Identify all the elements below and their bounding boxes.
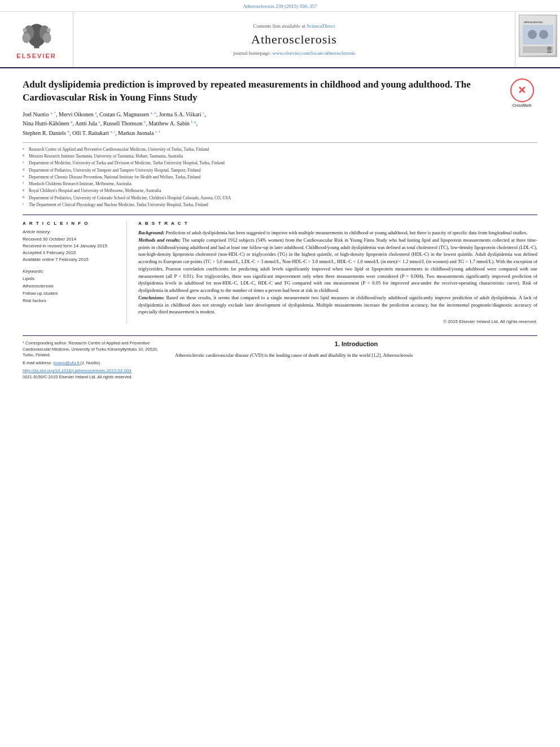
affil-h-text: Department of Pediatrics, University of … (29, 195, 231, 201)
article-body: Adult dyslipidemia prediction is improve… (0, 68, 560, 391)
article-title: Adult dyslipidemia prediction is improve… (23, 78, 537, 104)
corresponding-author: * Corresponding author. Research Centre … (23, 340, 164, 359)
keyword-lipids: Lipids (23, 276, 120, 283)
svg-point-14 (547, 46, 552, 51)
conclusions-label: Conclusions: (138, 295, 164, 300)
intro-col: 1. Introduction Atherosclerotic cardiova… (175, 340, 537, 379)
science-direct-line: Contents lists available at ScienceDirec… (253, 23, 335, 29)
doi-link[interactable]: http://dx.doi.org/10.1016/j.atherosclero… (23, 368, 132, 373)
affil-d-text: Department of Pediatrics, University of … (29, 167, 200, 173)
svg-rect-15 (547, 51, 552, 53)
methods-label: Methods and results: (138, 237, 181, 243)
svg-point-11 (528, 30, 537, 39)
elsevier-logo-box: ELSEVIER (0, 12, 73, 67)
affil-g: g Royal Children's Hospital and Universi… (23, 187, 537, 194)
intro-text: Atherosclerotic cardiovascular disease (… (175, 352, 537, 359)
email-link[interactable]: jovanu@utu.fi (53, 360, 80, 365)
homepage-link[interactable]: www.elsevier.com/locate/atherosclerosis (273, 50, 355, 56)
affil-c: c Department of Medicine, University of … (23, 160, 537, 166)
article-info-col: A R T I C L E I N F O Article history: R… (23, 221, 127, 324)
affil-b: b Menzies Research Institute Tasmania, U… (23, 153, 537, 159)
two-col-section: A R T I C L E I N F O Article history: R… (23, 215, 537, 324)
crossmark-label: CrossMark (506, 103, 537, 108)
journal-center: Contents lists available at ScienceDirec… (73, 12, 515, 67)
journal-title: Atherosclerosis (251, 32, 337, 47)
corresponding-label: * Corresponding author. (23, 340, 67, 346)
top-bar-citation: Atherosclerosis 239 (2015) 350–357 (243, 3, 317, 9)
affil-f-text: Murdoch Childrens Research Institute, Me… (29, 181, 132, 187)
email-label: E-mail address: (23, 360, 52, 365)
issn-line: 0021-9150/© 2015 Elsevier Ireland Ltd. A… (23, 374, 164, 379)
svg-point-6 (23, 28, 27, 32)
background-text: Prediction of adult dyslipidemia has bee… (164, 230, 527, 235)
doi-line: http://dx.doi.org/10.1016/j.atherosclero… (23, 368, 164, 373)
top-bar: Atherosclerosis 239 (2015) 350–357 (0, 0, 560, 12)
svg-text:atherosclerosis: atherosclerosis (524, 20, 543, 24)
affil-e: e Department of Chronic Disease Preventi… (23, 174, 537, 180)
elsevier-tree-icon (17, 20, 56, 51)
journal-thumb: atherosclerosis (515, 12, 560, 67)
received-date: Received 30 October 2014 (23, 236, 120, 243)
keywords-title: Keywords: (23, 269, 120, 274)
elsevier-label: ELSEVIER (16, 53, 56, 59)
svg-point-5 (43, 33, 51, 43)
bottom-section: * Corresponding author. Research Centre … (23, 335, 537, 379)
affil-g-text: Royal Children's Hospital and University… (29, 187, 161, 194)
svg-point-12 (539, 30, 548, 39)
science-direct-link[interactable]: ScienceDirect (307, 23, 335, 29)
intro-heading: 1. Introduction (175, 340, 537, 347)
affil-b-text: Menzies Research Institute Tasmania, Uni… (29, 153, 183, 159)
journal-homepage: journal homepage: www.elsevier.com/locat… (233, 50, 355, 56)
methods-text: The sample comprised 1912 subjects (54% … (138, 237, 537, 293)
keyword-risk: Risk factors (23, 298, 120, 305)
footnote-col: * Corresponding author. Research Centre … (23, 340, 164, 379)
affil-c-text: Department of Medicine, University of Tu… (29, 160, 225, 166)
svg-rect-10 (523, 25, 553, 45)
affil-h: h Department of Pediatrics, University o… (23, 195, 537, 201)
keyword-followup: Follow-up studies (23, 290, 120, 298)
keyword-atherosclerosis: Atherosclerosis (23, 283, 120, 290)
abstract-text: Background: Prediction of adult dyslipid… (138, 229, 537, 316)
available-date: Available online 7 February 2015 (23, 256, 120, 263)
abstract-label: A B S T R A C T (138, 221, 537, 226)
affil-e-text: Department of Chronic Disease Prevention… (29, 174, 200, 180)
affil-d: d Department of Pediatrics, University o… (23, 167, 537, 173)
keywords-section: Keywords: Lipids Atherosclerosis Follow-… (23, 269, 120, 304)
email-suffix: (J. Nuotio). (80, 360, 101, 365)
crossmark-icon: ✕ (510, 78, 534, 102)
journal-header: ELSEVIER Contents lists available at Sci… (0, 12, 560, 68)
affil-a-text: Research Centre of Applied and Preventiv… (29, 146, 209, 152)
svg-point-4 (22, 33, 30, 43)
affil-f: f Murdoch Childrens Research Institute, … (23, 181, 537, 187)
affiliations: a Research Centre of Applied and Prevent… (23, 142, 537, 208)
affil-i-text: The Department of Clinical Physiology an… (29, 202, 208, 208)
email-line: E-mail address: jovanu@utu.fi (J. Nuotio… (23, 360, 164, 366)
crossmark-badge: ✕ CrossMark (506, 78, 537, 108)
affil-a: a Research Centre of Applied and Prevent… (23, 146, 537, 152)
authors-line: Joel Nuotio a, *, Mervi Oikonen a, Costa… (23, 110, 537, 138)
affil-i: i The Department of Clinical Physiology … (23, 202, 537, 208)
page: Atherosclerosis 239 (2015) 350–357 ELSEV… (0, 0, 560, 747)
article-info-label: A R T I C L E I N F O (23, 221, 120, 226)
accepted-date: Accepted 3 February 2015 (23, 250, 120, 256)
background-label: Background: (138, 230, 164, 235)
svg-point-7 (46, 28, 50, 32)
received-revised-label: Received in revised form 14 January 2015 (23, 243, 120, 250)
article-history: Article history: Received 30 October 201… (23, 229, 120, 263)
conclusions-text: Based on these results, it seems that co… (138, 295, 537, 315)
journal-cover-image: atherosclerosis (519, 15, 557, 57)
abstract-col: A B S T R A C T Background: Prediction o… (138, 221, 537, 324)
article-history-title: Article history: (23, 229, 120, 234)
abstract-copyright: © 2015 Elsevier Ireland Ltd. All rights … (138, 319, 537, 324)
